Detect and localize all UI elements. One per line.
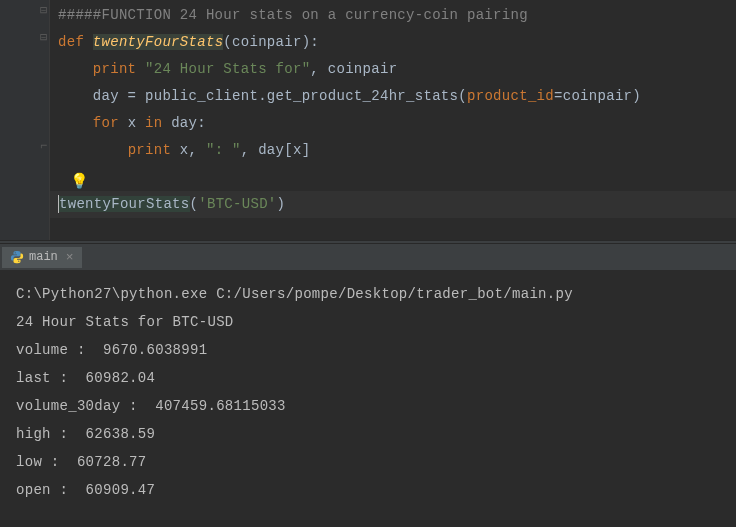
- code-line[interactable]: def twentyFourStats(coinpair):: [58, 29, 736, 56]
- console-line: volume_30day : 407459.68115033: [16, 392, 720, 420]
- paren: (: [190, 196, 199, 212]
- code-line[interactable]: #####FUNCTION 24 Hour stats on a currenc…: [58, 2, 736, 29]
- string-literal: 'BTC-USD': [198, 196, 276, 212]
- paren: ): [277, 196, 286, 212]
- named-arg: product_id: [467, 88, 554, 104]
- code-line[interactable]: [58, 164, 736, 191]
- run-tab-main[interactable]: main ×: [2, 247, 82, 268]
- string-literal: ": ": [206, 142, 241, 158]
- fold-end-icon: ⌐: [40, 140, 47, 152]
- code-text: x: [128, 115, 145, 131]
- function-call: twentyFourStats: [59, 196, 190, 212]
- code-editor[interactable]: ⊟ ⊟ ⌐ 💡 #####FUNCTION 24 Hour stats on a…: [0, 0, 736, 240]
- keyword: print: [93, 61, 145, 77]
- run-tool-window: main × C:\Python27\python.exe C:/Users/p…: [0, 244, 736, 527]
- code-line[interactable]: day = public_client.get_product_24hr_sta…: [58, 83, 736, 110]
- code-text: =coinpair): [554, 88, 641, 104]
- params: (coinpair):: [223, 34, 319, 50]
- code-text: , coinpair: [310, 61, 397, 77]
- console-line: 24 Hour Stats for BTC-USD: [16, 308, 720, 336]
- keyword: in: [145, 115, 171, 131]
- code-text: x,: [180, 142, 206, 158]
- console-output[interactable]: C:\Python27\python.exe C:/Users/pompe/De…: [0, 270, 736, 527]
- keyword: for: [93, 115, 128, 131]
- comment-text: #####FUNCTION 24 Hour stats on a currenc…: [58, 7, 528, 23]
- code-text: day = public_client.get_product_24hr_sta…: [93, 88, 467, 104]
- code-text: , day[x]: [241, 142, 311, 158]
- tool-tab-bar: main ×: [0, 244, 736, 270]
- fold-marker-icon[interactable]: ⊟: [40, 32, 47, 44]
- intention-bulb-icon[interactable]: 💡: [70, 172, 89, 191]
- run-tab-label: main: [29, 250, 58, 264]
- close-icon[interactable]: ×: [66, 250, 74, 265]
- console-line: open : 60909.47: [16, 476, 720, 504]
- editor-gutter: ⊟ ⊟ ⌐: [0, 0, 50, 240]
- console-line: last : 60982.04: [16, 364, 720, 392]
- console-line: C:\Python27\python.exe C:/Users/pompe/De…: [16, 280, 720, 308]
- code-line[interactable]: print "24 Hour Stats for", coinpair: [58, 56, 736, 83]
- code-text: day:: [171, 115, 206, 131]
- function-name: twentyFourStats: [93, 34, 224, 50]
- string-literal: "24 Hour Stats for": [145, 61, 310, 77]
- console-line: high : 62638.59: [16, 420, 720, 448]
- console-line: low : 60728.77: [16, 448, 720, 476]
- keyword: print: [128, 142, 180, 158]
- keyword: def: [58, 34, 93, 50]
- console-line: volume : 9670.6038991: [16, 336, 720, 364]
- fold-marker-icon[interactable]: ⊟: [40, 5, 47, 17]
- code-line[interactable]: for x in day:: [58, 110, 736, 137]
- python-icon: [10, 250, 24, 264]
- code-line-current[interactable]: twentyFourStats('BTC-USD'): [50, 191, 736, 218]
- code-line[interactable]: print x, ": ", day[x]: [58, 137, 736, 164]
